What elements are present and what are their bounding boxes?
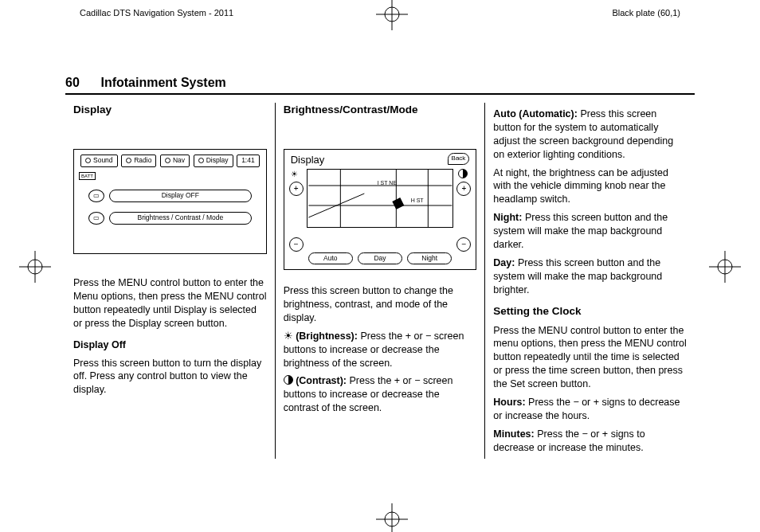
contrast-icon <box>458 169 468 178</box>
bcm-icon: ▭ <box>88 212 104 225</box>
display-off-icon: ▭ <box>88 190 104 202</box>
brightness-icon <box>291 169 298 180</box>
mode-day: Day <box>358 252 402 264</box>
day-para: Day: Press this screen button and the sy… <box>493 256 687 297</box>
heading-bcm: Brightness/Contrast/Mode <box>284 103 477 117</box>
brightness-plus: + <box>289 182 304 196</box>
contrast-plus: + <box>456 182 471 196</box>
mode-auto: Auto <box>308 252 353 264</box>
hours-para: Hours: Press the − or + signs to decreas… <box>493 396 687 423</box>
contrast-para: (Contrast): Press the + or − screen butt… <box>284 374 477 415</box>
svg-marker-18 <box>392 198 404 209</box>
heading-display-off: Display Off <box>73 338 267 352</box>
section-heading: 60 Infotainment System <box>65 76 695 95</box>
sun-icon <box>284 331 293 342</box>
night-adjust-para: At night, the brightness can be adjusted… <box>493 166 687 207</box>
map-preview: I ST NE H ST <box>307 169 454 228</box>
bcm-intro: Press this screen button to change the b… <box>284 284 477 325</box>
display-off-text: Press this screen button to turn the dis… <box>73 357 267 397</box>
crop-cross-right <box>709 251 741 285</box>
column-3: Auto (Automatic): Press this screen butt… <box>484 103 695 459</box>
crop-cross-left <box>19 251 51 285</box>
screen-title: Display <box>291 153 325 167</box>
contrast-glyph <box>284 375 293 385</box>
header-left: Cadillac DTS Navigation System - 2011 <box>80 8 233 18</box>
brightness-para: (Brightness): Press the + or − screen bu… <box>284 330 477 370</box>
bcm-screenshot: Display Back + − + − <box>284 149 477 270</box>
tab-sound: Sound <box>80 155 118 166</box>
running-header: Cadillac DTS Navigation System - 2011 Bl… <box>65 8 695 32</box>
back-button: Back <box>448 153 470 165</box>
column-2: Brightness/Contrast/Mode Display Back + … <box>275 103 485 459</box>
crop-cross-bottom <box>376 503 408 532</box>
section-title: Infotainment System <box>100 76 225 89</box>
page-number: 60 <box>65 76 97 90</box>
display-intro-text: Press the MENU control button to enter t… <box>73 276 267 331</box>
auto-para: Auto (Automatic): Press this screen butt… <box>493 108 687 162</box>
contrast-minus: − <box>456 237 471 252</box>
brightness-minus: − <box>289 237 304 252</box>
map-label-2: H ST <box>411 197 424 204</box>
mode-night: Night <box>407 252 452 264</box>
page: Cadillac DTS Navigation System - 2011 Bl… <box>65 8 695 518</box>
minutes-para: Minutes: Press the − or + signs to decre… <box>493 428 687 455</box>
tab-time: 1:41 <box>237 155 260 166</box>
heading-display: Display <box>73 103 267 117</box>
night-para: Night: Press this screen button and the … <box>493 211 687 252</box>
battery-icon: BATT <box>79 172 96 180</box>
map-label-1: I ST NE <box>378 179 397 186</box>
clock-intro: Press the MENU control button to enter t… <box>493 324 687 391</box>
content-columns: Display Sound Radio Nav Display 1:41 BAT… <box>65 103 695 459</box>
header-right: Black plate (60,1) <box>612 8 680 18</box>
display-menu-screenshot: Sound Radio Nav Display 1:41 BATT ▭ Disp… <box>73 149 267 254</box>
display-off-button: Display OFF <box>109 190 252 202</box>
brightness-contrast-button: Brightness / Contrast / Mode <box>109 212 252 225</box>
heading-clock: Setting the Clock <box>493 304 687 319</box>
tab-display: Display <box>194 155 233 166</box>
column-1: Display Sound Radio Nav Display 1:41 BAT… <box>65 103 275 459</box>
tab-radio: Radio <box>121 155 156 166</box>
tab-nav: Nav <box>160 155 190 166</box>
